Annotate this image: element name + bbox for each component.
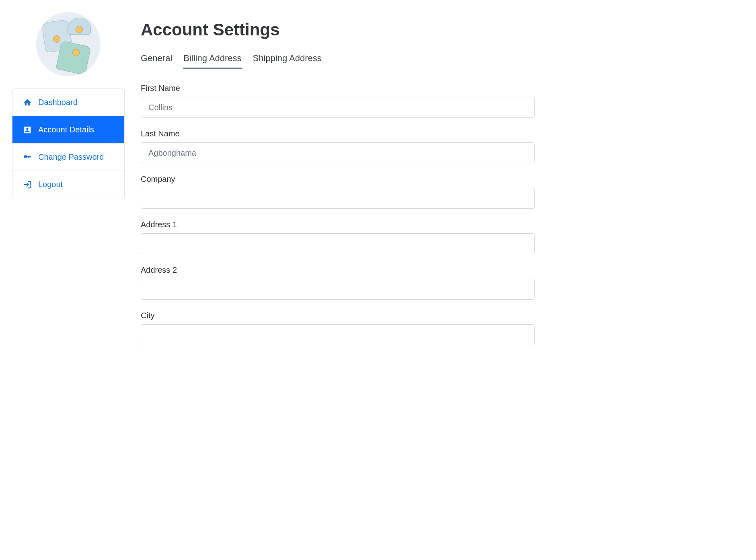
tab-shipping-address[interactable]: Shipping Address (253, 53, 322, 69)
page-title: Account Settings (141, 20, 535, 39)
home-icon (23, 98, 32, 107)
company-input[interactable] (141, 188, 535, 209)
city-input[interactable] (141, 324, 535, 345)
form-group-first-name: First Name (141, 84, 535, 118)
avatar-wrap (12, 12, 125, 76)
sidebar-item-dashboard[interactable]: Dashboard (12, 89, 124, 116)
account-icon (23, 126, 32, 134)
address2-label: Address 2 (141, 266, 535, 275)
sidebar-item-account-details[interactable]: Account Details (12, 116, 124, 144)
company-label: Company (141, 175, 535, 184)
tabs: General Billing Address Shipping Address (141, 53, 535, 69)
sidebar-item-label: Account Details (38, 125, 94, 134)
first-name-input[interactable] (141, 97, 535, 118)
sidebar-item-label: Change Password (38, 152, 104, 162)
sidebar-item-change-password[interactable]: Change Password (12, 144, 124, 171)
form-group-city: City (141, 311, 535, 345)
address2-input[interactable] (141, 279, 535, 300)
key-icon (23, 153, 32, 162)
first-name-label: First Name (141, 84, 535, 93)
last-name-input[interactable] (141, 142, 535, 163)
address1-input[interactable] (141, 233, 535, 254)
tab-billing-address[interactable]: Billing Address (183, 53, 241, 69)
sidebar: Dashboard Account Details Change Passwor… (12, 12, 125, 356)
tab-general[interactable]: General (141, 53, 172, 69)
form-group-address1: Address 1 (141, 220, 535, 254)
logout-icon (23, 180, 32, 189)
sidebar-item-label: Dashboard (38, 98, 78, 107)
form-group-address2: Address 2 (141, 266, 535, 300)
city-label: City (141, 311, 535, 320)
main-content: Account Settings General Billing Address… (141, 12, 535, 356)
form-group-last-name: Last Name (141, 129, 535, 163)
billing-form: First Name Last Name Company Address 1 A… (141, 84, 535, 345)
last-name-label: Last Name (141, 129, 535, 138)
sidebar-nav: Dashboard Account Details Change Passwor… (12, 89, 125, 198)
avatar (36, 12, 101, 76)
sidebar-item-label: Logout (38, 180, 63, 189)
sidebar-item-logout[interactable]: Logout (12, 171, 124, 198)
form-group-company: Company (141, 175, 535, 209)
address1-label: Address 1 (141, 220, 535, 229)
